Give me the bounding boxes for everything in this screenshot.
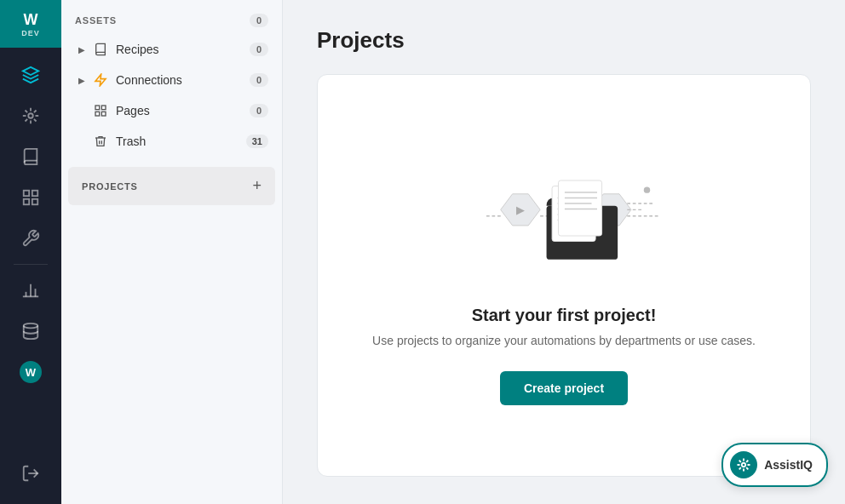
nav-analytics[interactable] <box>0 270 61 311</box>
icon-bar: W DEV <box>0 0 61 504</box>
svg-line-4 <box>26 111 28 113</box>
assistiq-icon <box>730 451 757 478</box>
icon-bar-icons: W <box>0 48 61 453</box>
svg-point-46 <box>742 463 746 467</box>
connections-label: Connections <box>116 73 250 87</box>
empty-state-description: Use projects to organize your automation… <box>372 334 756 347</box>
pages-badge: 0 <box>250 104 268 117</box>
svg-rect-10 <box>24 191 29 196</box>
assets-section-header: ASSETS 0 <box>61 0 282 34</box>
svg-line-8 <box>26 119 28 122</box>
svg-rect-11 <box>32 191 37 196</box>
svg-point-30 <box>644 186 650 192</box>
projects-label: PROJECTS <box>82 181 138 192</box>
svg-rect-13 <box>24 199 29 204</box>
assistiq-widget[interactable]: AssistIQ <box>721 443 828 487</box>
nav-workspace[interactable]: W <box>0 352 61 392</box>
sidebar-item-connections[interactable]: ▶ Connections 0 <box>61 65 282 95</box>
app-logo[interactable]: W DEV <box>0 0 61 48</box>
empty-state-title: Start your first project! <box>472 306 657 325</box>
nav-grid[interactable] <box>0 177 61 218</box>
svg-line-9 <box>34 111 37 113</box>
nav-data[interactable] <box>0 311 61 352</box>
svg-marker-0 <box>23 67 38 75</box>
empty-state-card: ▶ <box>317 74 811 477</box>
svg-rect-21 <box>95 106 100 110</box>
recipes-badge: 0 <box>250 43 268 56</box>
sidebar-item-trash[interactable]: ▶ Trash 31 <box>61 126 282 157</box>
expand-connections-icon: ▶ <box>75 73 89 87</box>
page-title: Projects <box>317 27 811 54</box>
sidebar-item-recipes[interactable]: ▶ Recipes 0 <box>61 34 282 65</box>
nav-settings[interactable] <box>0 218 61 259</box>
assistiq-label: AssistIQ <box>764 458 813 472</box>
assets-title: ASSETS <box>75 15 117 26</box>
svg-text:▶: ▶ <box>516 203 525 216</box>
svg-point-18 <box>24 324 38 329</box>
nav-docs[interactable] <box>0 136 61 177</box>
connections-icon <box>92 72 109 89</box>
projects-add-icon[interactable]: + <box>252 177 262 195</box>
create-project-button[interactable]: Create project <box>500 371 628 405</box>
pages-label: Pages <box>116 104 250 117</box>
svg-rect-41 <box>559 180 602 236</box>
connections-badge: 0 <box>250 73 268 87</box>
project-illustration: ▶ <box>445 146 683 282</box>
recipes-icon <box>92 41 109 58</box>
icon-bar-divider-1 <box>14 264 48 265</box>
projects-section[interactable]: PROJECTS + <box>68 167 275 205</box>
trash-badge: 31 <box>246 135 268 148</box>
pages-icon <box>92 102 109 119</box>
svg-rect-23 <box>101 112 106 116</box>
assets-count: 0 <box>250 14 268 27</box>
nav-logout[interactable] <box>0 453 61 494</box>
svg-point-1 <box>28 113 33 118</box>
svg-marker-20 <box>95 74 106 85</box>
svg-rect-24 <box>95 112 100 116</box>
main-content: Projects ▶ <box>283 0 845 504</box>
sidebar: ASSETS 0 ▶ Recipes 0 ▶ Connections 0 ▶ <box>61 0 283 504</box>
expand-recipes-icon: ▶ <box>75 43 89 56</box>
trash-label: Trash <box>116 135 246 148</box>
svg-line-5 <box>34 119 37 122</box>
icon-bar-bottom <box>0 453 61 504</box>
sidebar-item-pages[interactable]: ▶ Pages 0 <box>61 95 282 126</box>
dev-label: DEV <box>21 29 40 37</box>
trash-icon <box>92 133 109 150</box>
recipes-label: Recipes <box>116 43 250 56</box>
svg-rect-22 <box>101 106 106 110</box>
logo-text: W <box>24 11 38 29</box>
nav-layers[interactable] <box>0 54 61 95</box>
svg-rect-12 <box>32 199 37 204</box>
nav-integrations[interactable] <box>0 95 61 136</box>
